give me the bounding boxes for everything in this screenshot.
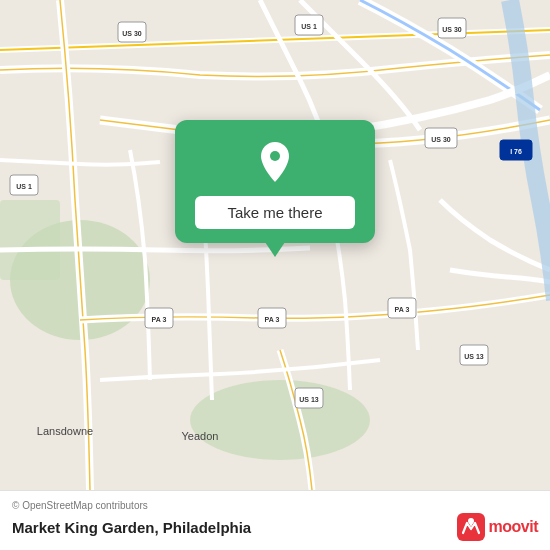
svg-text:US 30: US 30 bbox=[431, 136, 451, 143]
svg-text:US 30: US 30 bbox=[122, 30, 142, 37]
moovit-icon bbox=[457, 513, 485, 541]
svg-text:PA 3: PA 3 bbox=[395, 306, 410, 313]
map-attribution: © OpenStreetMap contributors bbox=[12, 500, 538, 511]
svg-text:PA 3: PA 3 bbox=[265, 316, 280, 323]
svg-text:Lansdowne: Lansdowne bbox=[37, 425, 93, 437]
svg-text:US 1: US 1 bbox=[301, 23, 317, 30]
svg-rect-4 bbox=[0, 200, 60, 280]
svg-point-33 bbox=[270, 151, 280, 161]
svg-text:US 30: US 30 bbox=[442, 26, 462, 33]
place-name: Market King Garden, Philadelphia bbox=[12, 519, 251, 536]
map-container: US 30 US 1 US 30 I 76 US 1 US 30 US 30 P… bbox=[0, 0, 550, 490]
location-popup[interactable]: Take me there bbox=[175, 120, 375, 243]
svg-text:US 1: US 1 bbox=[16, 183, 32, 190]
svg-text:PA 3: PA 3 bbox=[152, 316, 167, 323]
moovit-logo: moovit bbox=[457, 513, 538, 541]
location-pin-icon bbox=[251, 138, 299, 186]
bottom-row: Market King Garden, Philadelphia moovit bbox=[12, 513, 538, 541]
svg-text:US 13: US 13 bbox=[464, 353, 484, 360]
moovit-text: moovit bbox=[489, 518, 538, 536]
svg-point-3 bbox=[190, 380, 370, 460]
svg-text:I 76: I 76 bbox=[510, 148, 522, 155]
svg-text:US 13: US 13 bbox=[299, 396, 319, 403]
bottom-bar: © OpenStreetMap contributors Market King… bbox=[0, 490, 550, 550]
take-me-there-button[interactable]: Take me there bbox=[195, 196, 355, 229]
svg-text:Yeadon: Yeadon bbox=[182, 430, 219, 442]
